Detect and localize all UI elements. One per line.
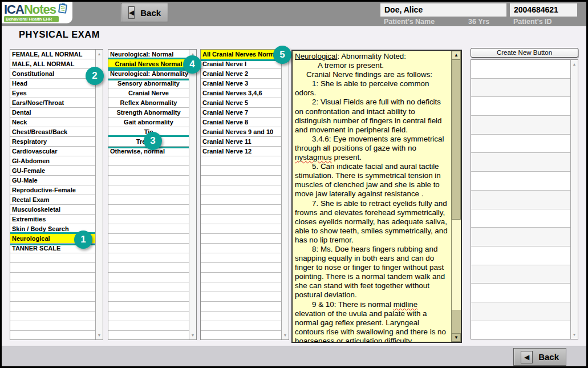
list-item-empty[interactable] [10,273,95,282]
sections-scrollbar[interactable]: ▲ ▼ [95,50,103,339]
list-item-empty[interactable] [471,284,570,302]
list-item-empty[interactable] [108,156,189,166]
list-item-empty[interactable] [201,215,281,224]
scroll-down-icon[interactable]: ▼ [571,331,578,338]
list-item[interactable]: Reproductive-Female [10,185,95,195]
create-new-button[interactable]: Create New Button [471,48,578,58]
list-item-empty[interactable] [471,172,570,191]
list-item-empty[interactable] [471,191,570,209]
list-item-empty[interactable] [108,205,189,215]
list-item[interactable]: MALE, ALL NORMAL [10,59,95,69]
list-item-empty[interactable] [201,244,281,253]
list-item-empty[interactable] [10,263,95,273]
note-scrollbar[interactable]: ▲ ▼ [451,51,461,342]
list-item[interactable]: Cranial Nerve 11 [201,137,281,147]
list-item-empty[interactable] [108,195,189,205]
scroll-up-icon[interactable]: ▲ [96,50,103,58]
list-item[interactable]: Neurological: Normal [108,50,189,59]
list-item-empty[interactable] [10,253,95,263]
scroll-down-icon[interactable]: ▼ [452,333,461,342]
list-item[interactable]: Reflex Abnormality [108,98,189,108]
list-item-empty[interactable] [201,166,281,176]
list-item-empty[interactable] [201,156,281,166]
list-item-empty[interactable] [201,195,281,205]
list-item-empty[interactable] [108,282,189,292]
list-item[interactable]: Ears/Nose/Throat [10,98,95,108]
list-item[interactable]: Head [10,79,95,88]
list-item[interactable]: GI-Abdomen [10,156,95,166]
list-item-empty[interactable] [108,273,189,282]
cranial-scrollbar[interactable]: ▲ ▼ [281,50,289,339]
patient-name-field[interactable]: Doe, Alice [380,3,507,17]
list-item-empty[interactable] [471,228,570,246]
list-item-empty[interactable] [108,224,189,234]
list-item-empty[interactable] [471,321,570,339]
list-item-empty[interactable] [471,97,570,116]
list-item-empty[interactable] [201,234,281,244]
list-item-empty[interactable] [471,209,570,228]
list-item-empty[interactable] [201,321,281,331]
list-item-empty[interactable] [201,282,281,292]
list-item-empty[interactable] [10,302,95,312]
list-item[interactable]: Cranial Nerves 3,4,6 [201,88,281,98]
list-item[interactable]: Constitutional [10,69,95,79]
list-item-empty[interactable] [108,312,189,321]
list-item-empty[interactable] [201,312,281,321]
list-item-empty[interactable] [108,331,189,339]
list-item-empty[interactable] [10,331,95,339]
list-item-empty[interactable] [201,176,281,185]
list-item[interactable]: Cranial Nerve 5 [201,98,281,108]
list-item[interactable]: Neck [10,118,95,127]
list-item-empty[interactable] [471,246,570,265]
list-item-empty[interactable] [201,253,281,263]
list-item-empty[interactable] [108,234,189,244]
list-item-empty[interactable] [108,302,189,312]
scroll-thumb[interactable] [452,59,461,220]
back-button-bottom[interactable]: ◀ Back [513,348,566,366]
list-item-empty[interactable] [201,331,281,339]
list-item[interactable]: Cranial Nerve 8 [201,118,281,127]
list-item-empty[interactable] [108,253,189,263]
list-item-empty[interactable] [10,282,95,292]
list-item-empty[interactable] [201,205,281,215]
list-item[interactable]: Strength Abnormality [108,108,189,118]
list-item-empty[interactable] [201,224,281,234]
list-item[interactable]: GU-Female [10,166,95,176]
scroll-down-icon[interactable]: ▼ [189,331,196,339]
list-item[interactable]: Cranial Nerves Normal [108,59,189,69]
list-item[interactable]: Gait abnormality [108,118,189,127]
list-item[interactable]: Extremities [10,215,95,224]
list-item-empty[interactable] [10,292,95,302]
list-item-empty[interactable] [108,166,189,176]
list-item-empty[interactable] [201,273,281,282]
scroll-track[interactable] [452,310,461,333]
list-item[interactable]: All Cranial Nerves Normal [201,50,281,59]
list-item-empty[interactable] [471,265,570,284]
scroll-down-icon[interactable]: ▼ [96,331,103,339]
back-button-top[interactable]: ◀ Back [121,3,168,22]
list-item-empty[interactable] [201,292,281,302]
list-item[interactable]: Dental [10,108,95,118]
list-item-empty[interactable] [108,321,189,331]
list-item-empty[interactable] [201,185,281,195]
neuro-scrollbar[interactable]: ▲ ▼ [189,50,196,339]
list-item-empty[interactable] [471,302,570,321]
patient-id-field[interactable]: 2004684621 [509,3,578,17]
list-item[interactable]: Cranial Nerve 7 [201,108,281,118]
list-item[interactable]: GU-Male [10,176,95,185]
list-item[interactable]: Chest/Breast/Back [10,127,95,137]
list-item-empty[interactable] [10,321,95,331]
list-item-empty[interactable] [201,263,281,273]
list-item[interactable]: Rectal Exam [10,195,95,205]
list-item[interactable]: Sensory abnormality [108,79,189,88]
list-item-empty[interactable] [108,263,189,273]
exam-note-text[interactable]: Neurological: Abnormality Noted:A tremor… [293,51,451,342]
list-item-empty[interactable] [471,153,570,172]
list-item[interactable]: Cranial Nerve 3 [201,79,281,88]
list-item[interactable]: Eyes [10,88,95,98]
list-item[interactable]: Cranial Nerve 12 [201,147,281,156]
list-item[interactable]: Cranial Nerve [108,88,189,98]
list-item[interactable]: Neurological: Abnormality [108,69,189,79]
scroll-up-icon[interactable]: ▲ [571,60,578,68]
list-item-empty[interactable] [108,176,189,185]
